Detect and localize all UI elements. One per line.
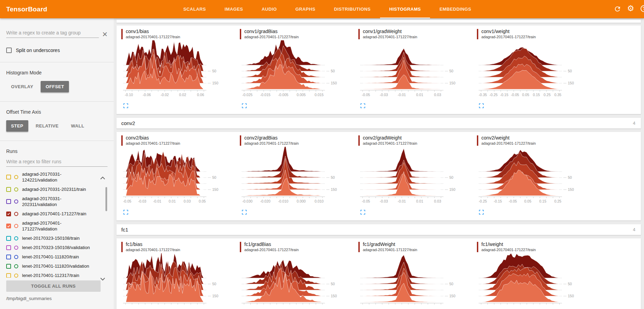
run-item[interactable]: lenet-20170401-112317/train [6, 271, 101, 278]
histogram-chart[interactable]: 50150 [477, 253, 595, 309]
expand-chart-icon[interactable] [123, 103, 128, 108]
tab-audio[interactable]: AUDIO [252, 0, 286, 18]
expand-chart-icon[interactable] [360, 103, 365, 108]
runs-scrollbar-thumb[interactable] [105, 187, 107, 211]
expand-chart-icon[interactable] [242, 103, 247, 108]
run-color-circle[interactable] [14, 199, 18, 204]
run-item[interactable]: lenet-20170401-111820/validation [6, 261, 101, 271]
histogram-chart[interactable]: 50150 [358, 253, 477, 309]
svg-text:-0.10: -0.10 [125, 93, 133, 97]
run-color-circle[interactable] [14, 175, 18, 179]
run-checkbox[interactable] [6, 187, 11, 192]
histogram-chart[interactable]: 50150-0.05-0.03-0.010.010.03 [358, 40, 477, 102]
run-item[interactable]: lenet-20170401-111820/train [6, 252, 101, 261]
histogram-chart[interactable]: 50150 [121, 253, 240, 309]
svg-text:-0.010: -0.010 [278, 199, 288, 203]
run-color-circle[interactable] [14, 236, 18, 240]
runs-filter-input[interactable] [6, 157, 108, 167]
run-color-circle[interactable] [14, 224, 18, 228]
tag-group-regex-input[interactable] [6, 29, 99, 38]
svg-text:0.03: 0.03 [434, 199, 441, 203]
expand-chart-icon[interactable] [479, 103, 484, 108]
chart-cell: fc1/biasadagrad-20170401-171227/train501… [121, 241, 240, 309]
tab-graphs[interactable]: GRAPHS [286, 0, 325, 18]
chart-run-subtitle: adagrad-20170401-171227/train [481, 34, 536, 40]
chart-row-card: fc1/biasadagrad-20170401-171227/train501… [116, 238, 641, 309]
histogram-chart[interactable]: 50150-0.030-0.020-0.0100.0000.010 [240, 147, 358, 209]
histogram-chart[interactable]: 50150 [240, 253, 358, 309]
run-color-circle[interactable] [14, 264, 18, 268]
refresh-icon[interactable] [614, 5, 621, 13]
scroll-up-chevron-icon[interactable] [100, 175, 105, 178]
run-item[interactable]: adagrad-20170331-202311/validation [6, 194, 101, 209]
svg-text:150: 150 [568, 187, 574, 192]
expand-chart-icon[interactable] [123, 210, 128, 215]
run-checkbox[interactable] [6, 224, 11, 228]
chart-run-subtitle: adagrad-20170401-171227/train [363, 141, 417, 146]
run-checkbox[interactable] [6, 264, 11, 269]
chart-title: fc1/weight [481, 241, 536, 247]
run-color-circle[interactable] [14, 274, 18, 278]
tab-histograms[interactable]: HISTOGRAMS [380, 0, 430, 18]
svg-text:-0.05: -0.05 [123, 199, 131, 203]
button-overlay[interactable]: OVERLAY [6, 81, 38, 92]
chart-run-subtitle: adagrad-20170401-171227/train [244, 141, 299, 146]
run-item[interactable]: lenet-20170323-150108/train [6, 234, 101, 243]
run-item[interactable]: adagrad-20170331-202311/train [6, 185, 101, 194]
run-checkbox[interactable] [6, 199, 11, 204]
svg-text:-0.020: -0.020 [260, 199, 270, 203]
run-color-circle[interactable] [14, 187, 18, 192]
chart-titles: fc1/gradWeightadagrad-20170401-171227/tr… [363, 241, 417, 253]
svg-text:0.005: 0.005 [297, 93, 306, 97]
histogram-chart[interactable]: 50150-0.025-0.015-0.0050.0050.015 [240, 40, 358, 102]
svg-text:0.000: 0.000 [297, 199, 306, 203]
help-icon[interactable]: ? [641, 5, 644, 12]
run-accent-bar [477, 29, 478, 39]
expand-chart-icon[interactable] [360, 210, 365, 215]
close-icon[interactable]: × [102, 30, 108, 38]
button-wall[interactable]: WALL [66, 120, 89, 132]
chart-header: conv2/gradWeightadagrad-20170401-171227/… [358, 135, 477, 146]
toggle-all-runs-button[interactable]: TOGGLE ALL RUNS [6, 280, 101, 292]
run-item[interactable]: adagrad-20170331-124221/validation [6, 169, 101, 185]
chart-run-subtitle: adagrad-20170401-171227/train [363, 247, 417, 253]
tab-embeddings[interactable]: EMBEDDINGS [430, 0, 480, 18]
run-item[interactable]: lenet-20170323-150108/validation [6, 243, 101, 252]
run-color-circle[interactable] [14, 255, 18, 259]
settings-gear-icon[interactable]: ⚙ [627, 4, 635, 11]
run-item[interactable]: adagrad-20170401-171227/train [6, 209, 101, 218]
run-checkbox[interactable] [6, 255, 11, 259]
button-offset[interactable]: OFFSET [41, 81, 69, 92]
chart-cell: conv1/weightadagrad-20170401-171227/trai… [477, 28, 595, 108]
run-checkbox[interactable] [6, 236, 11, 241]
histogram-chart[interactable]: 50150-0.25-0.15-0.050.050.150.25 [477, 147, 595, 209]
svg-text:0.06: 0.06 [197, 93, 204, 97]
run-checkbox[interactable] [6, 273, 11, 278]
chart-cell: conv2/biasadagrad-20170401-171227/train5… [121, 135, 240, 215]
scroll-down-chevron-icon[interactable] [100, 276, 105, 279]
run-item[interactable]: adagrad-20170401-171227/validation [6, 218, 101, 234]
tab-images[interactable]: IMAGES [215, 0, 253, 18]
expand-chart-icon[interactable] [242, 210, 247, 215]
button-relative[interactable]: RELATIVE [31, 120, 64, 132]
tab-scalars[interactable]: SCALARS [174, 0, 215, 18]
run-checkbox[interactable] [6, 245, 11, 250]
run-color-circle[interactable] [14, 246, 18, 250]
split-on-underscores-checkbox[interactable] [6, 48, 12, 53]
histogram-chart[interactable]: 50150-0.10-0.06-0.020.020.06 [121, 40, 240, 102]
svg-text:50: 50 [449, 282, 453, 286]
chart-titles: conv2/biasadagrad-20170401-171227/train [126, 135, 180, 146]
run-checkbox[interactable] [6, 212, 11, 216]
run-checkbox[interactable] [6, 175, 11, 179]
run-color-circle[interactable] [14, 212, 18, 216]
histogram-chart[interactable]: 50150-0.35-0.25-0.15-0.050.050.150.250.3… [477, 40, 595, 102]
histogram-chart[interactable]: 50150-0.05-0.03-0.010.010.030.05 [121, 147, 240, 209]
chart-run-subtitle: adagrad-20170401-171227/train [481, 141, 536, 146]
histogram-chart[interactable]: 50150-0.05-0.03-0.010.010.03 [358, 147, 477, 209]
group-header-conv2[interactable]: conv24 [116, 118, 641, 128]
chart-title: conv1/gradWeight [363, 28, 417, 34]
group-header-fc1[interactable]: fc14 [116, 224, 641, 235]
button-step[interactable]: STEP [6, 120, 28, 132]
expand-chart-icon[interactable] [479, 210, 484, 215]
tab-distributions[interactable]: DISTRIBUTIONS [325, 0, 380, 18]
